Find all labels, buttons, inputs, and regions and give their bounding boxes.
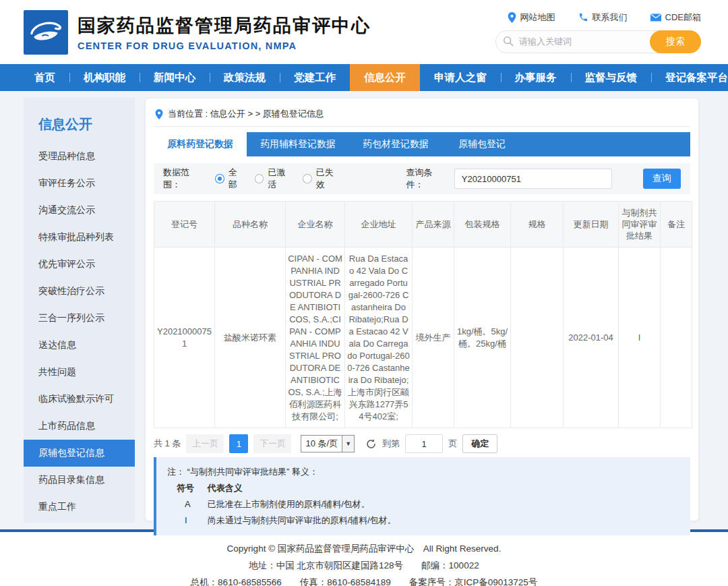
footer-copyright: Copyright © 国家药品监督管理局药品审评中心 All Right Re… (0, 540, 728, 557)
col-header-company-name: 企业名称 (286, 202, 345, 247)
sidebar-item-breakthrough-therapy[interactable]: 突破性治疗公示 (24, 278, 135, 305)
goto-page-input[interactable] (405, 434, 443, 453)
radio-expired-label: 已失效 (316, 167, 342, 191)
sidebar-item-marketed-drugs[interactable]: 上市药品信息 (24, 413, 135, 440)
tab-packaging-material-data[interactable]: 药包材登记数据 (349, 132, 442, 156)
note-title: 注： “与制剂共同审评审批结果” 释义： (167, 464, 679, 480)
tab-registration[interactable]: 原辅包登记 (442, 132, 522, 156)
sidebar: 信息公开 受理品种信息 审评任务公示 沟通交流公示 特殊审批品种列表 优先审评公… (24, 98, 135, 523)
cell-product-name: 盐酸米诺环素 (215, 247, 286, 428)
next-page-button[interactable]: 下一页 (253, 434, 291, 453)
sidebar-item-review-tasks[interactable]: 审评任务公示 (24, 170, 135, 197)
cell-spec (511, 247, 564, 428)
nav-item-home[interactable]: 首页 (20, 64, 69, 91)
cell-packaging: 1kg/桶。5kg/桶。25kg/桶 (454, 247, 511, 428)
sidebar-item-communication[interactable]: 沟通交流公示 (24, 197, 135, 224)
sidebar-item-raw-material-registration[interactable]: 原辅包登记信息 (24, 440, 135, 467)
sidebar-item-three-in-one[interactable]: 三合一序列公示 (24, 305, 135, 332)
chevron-down-icon: ▼ (342, 436, 354, 452)
note-symbol-a: A (185, 496, 205, 512)
sidebar-item-key-work[interactable]: 重点工作 (24, 494, 135, 521)
mail-icon (650, 13, 661, 22)
nav-item-services[interactable]: 办事服务 (501, 64, 571, 91)
scope-label: 数据范围： (163, 167, 206, 191)
note-row-i: I 尚未通过与制剂共同审评审批的原料/辅料/包材。 (167, 512, 679, 529)
query-condition-input[interactable] (454, 169, 612, 189)
registration-table: 登记号 品种名称 企业名称 企业地址 产品来源 包装规格 规格 更新日期 与制剂… (154, 201, 692, 428)
radio-activated[interactable]: 已激活 (255, 167, 293, 191)
sidebar-item-clinical-trial-license[interactable]: 临床试验默示许可 (24, 386, 135, 413)
content-card: 当前位置 : 信息公开 > > 原辅包登记信息 原料药登记数据 药用辅料登记数据… (145, 98, 699, 521)
brand-text: 国家药品监督管理局药品审评中心 CENTER FOR DRUG EVALUATI… (78, 13, 371, 51)
quick-links: 网站地图 联系我们 CDE邮箱 (508, 11, 701, 24)
nav-item-policy[interactable]: 政策法规 (210, 64, 280, 91)
col-header-reg-no: 登记号 (154, 202, 215, 247)
tabbar: 原料药登记数据 药用辅料登记数据 药包材登记数据 原辅包登记 (154, 132, 690, 156)
confirm-button[interactable]: 确定 (462, 434, 497, 453)
mail-link[interactable]: CDE邮箱 (650, 11, 701, 24)
search-icon (503, 36, 514, 49)
cell-approval-result: I (619, 247, 661, 428)
sidebar-item-drug-catalog[interactable]: 药品目录集信息 (24, 467, 135, 494)
cell-reg-no: Y20210000751 (154, 247, 215, 428)
breadcrumb-label: 当前位置 : 信息公开 > > 原辅包登记信息 (168, 108, 324, 120)
site-header: 国家药品监督管理局药品审评中心 CENTER FOR DRUG EVALUATI… (0, 0, 728, 64)
contact-link-label: 联系我们 (593, 11, 628, 24)
col-header-remark: 备注 (661, 202, 692, 247)
radio-activated-dot (255, 174, 264, 183)
sidebar-item-delivery-info[interactable]: 送达信息 (24, 332, 135, 359)
radio-expired-dot (303, 174, 312, 183)
nav-item-functions[interactable]: 机构职能 (69, 64, 140, 91)
nav-item-supervision[interactable]: 监督与反馈 (571, 64, 652, 91)
footer-address: 地址：中国 北京市朝阳区建国路128号 邮编：100022 (0, 557, 728, 574)
cell-remark (661, 247, 692, 428)
col-header-packaging: 包装规格 (454, 202, 511, 247)
site-subtitle: CENTER FOR DRUG EVALUATION, NMPA (78, 40, 371, 51)
main-nav: 首页 机构职能 新闻中心 政策法规 党建工作 信息公开 申请人之窗 办事服务 监… (0, 64, 728, 91)
cell-update-date: 2022-01-04 (564, 247, 619, 428)
page-size-select[interactable]: 10 条/页 ▼ (301, 435, 355, 452)
site-footer: Copyright © 国家药品监督管理局药品审评中心 All Right Re… (0, 532, 728, 586)
prev-page-button[interactable]: 上一页 (186, 434, 224, 453)
page-size-value: 10 条/页 (301, 436, 342, 452)
filter-bar: 数据范围： 全部 已激活 已失效 查询条件： 查询 (154, 163, 690, 194)
cell-origin: 境外生产 (413, 247, 454, 428)
brand: 国家药品监督管理局药品审评中心 CENTER FOR DRUG EVALUATI… (24, 10, 371, 55)
radio-activated-label: 已激活 (268, 167, 293, 191)
tab-excipient-data[interactable]: 药用辅料登记数据 (247, 132, 349, 156)
sidebar-item-priority-review[interactable]: 优先审评公示 (24, 251, 135, 278)
nav-item-registration-platform[interactable]: 登记备案平台 (651, 64, 728, 91)
tab-raw-material-data[interactable]: 原料药登记数据 (154, 132, 247, 156)
nav-item-party[interactable]: 党建工作 (280, 64, 350, 91)
note-meaning-i: 尚未通过与制剂共同审评审批的原料/辅料/包材。 (208, 515, 396, 525)
location-pin-icon (508, 12, 516, 23)
sidebar-item-special-approval[interactable]: 特殊审批品种列表 (24, 224, 135, 251)
sidebar-item-accepted-products[interactable]: 受理品种信息 (24, 143, 135, 170)
note-row-a: A 已批准在上市制剂使用的原料/辅料/包材。 (167, 496, 679, 512)
note-symbol-i: I (185, 512, 205, 529)
total-count: 共 1 条 (154, 438, 181, 450)
col-header-origin: 产品来源 (413, 202, 454, 247)
radio-all-label: 全部 (229, 167, 245, 191)
sitemap-link[interactable]: 网站地图 (508, 11, 555, 24)
goto-unit: 页 (448, 438, 457, 450)
mail-link-label: CDE邮箱 (665, 11, 701, 24)
contact-link[interactable]: 联系我们 (578, 11, 628, 24)
pagination: 共 1 条 上一页 1 下一页 10 条/页 ▼ 到第 页 确定 (154, 434, 690, 453)
query-button[interactable]: 查询 (643, 169, 681, 189)
main-area: 信息公开 受理品种信息 审评任务公示 沟通交流公示 特殊审批品种列表 优先审评公… (0, 91, 728, 529)
page-number-button[interactable]: 1 (229, 434, 248, 453)
refresh-icon[interactable] (365, 438, 377, 450)
nav-item-applicant[interactable]: 申请人之窗 (420, 64, 501, 91)
radio-all[interactable]: 全部 (215, 167, 245, 191)
col-header-approval-result: 与制剂共同审评审批结果 (619, 202, 661, 247)
col-header-company-address: 企业地址 (345, 202, 413, 247)
nav-item-news[interactable]: 新闻中心 (140, 64, 210, 91)
sidebar-item-common-issues[interactable]: 共性问题 (24, 359, 135, 386)
nav-item-info-disclosure[interactable]: 信息公开 (350, 64, 420, 91)
radio-expired[interactable]: 已失效 (303, 167, 341, 191)
col-header-update-date: 更新日期 (564, 202, 619, 247)
search-button[interactable]: 搜索 (650, 30, 701, 53)
cde-logo-icon (24, 10, 68, 55)
cell-company-address: Rua Da Estacao 42 Vala Do Carregado Port… (345, 247, 413, 428)
